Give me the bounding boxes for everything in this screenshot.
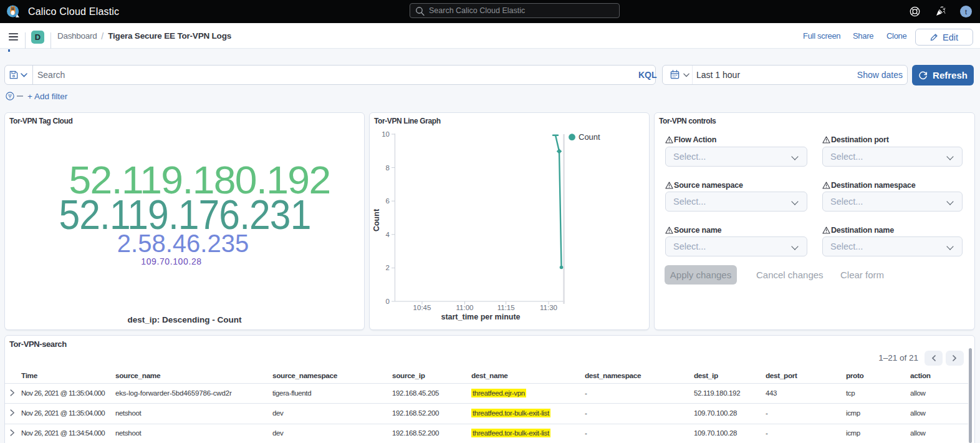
svg-text:Count: Count [372, 208, 381, 231]
svg-text:11:00: 11:00 [456, 304, 474, 311]
svg-text:Count: Count [579, 132, 600, 142]
svg-text:start_time per minute: start_time per minute [441, 313, 520, 321]
svg-text:10:45: 10:45 [413, 304, 431, 311]
svg-text:11:15: 11:15 [497, 304, 515, 311]
svg-text:10: 10 [382, 130, 390, 138]
svg-text:4: 4 [386, 231, 390, 238]
svg-text:8: 8 [386, 164, 390, 172]
svg-text:2: 2 [386, 264, 390, 271]
svg-text:11:30: 11:30 [540, 304, 557, 311]
svg-text:6: 6 [386, 197, 390, 205]
svg-text:0: 0 [386, 298, 390, 305]
